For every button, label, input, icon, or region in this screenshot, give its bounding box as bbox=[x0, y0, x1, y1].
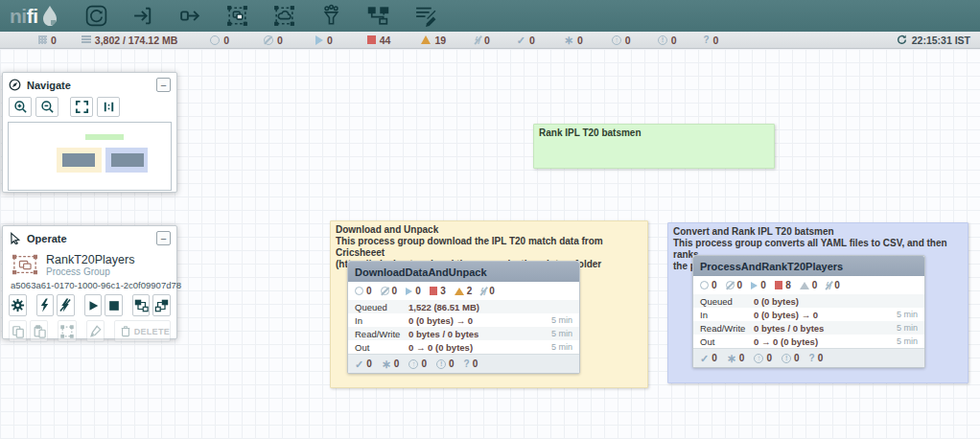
configuration-button[interactable] bbox=[9, 294, 27, 316]
not-transmitting-count: 0 bbox=[737, 280, 743, 290]
group-version-footer: ✓0 ∗0 ↑0 !0 ?0 bbox=[693, 348, 924, 367]
locally-modified-status: ∗ 0 bbox=[564, 35, 583, 46]
zoom-in-button[interactable] bbox=[9, 97, 32, 117]
invalid-count: 19 bbox=[434, 35, 446, 46]
threads-icon bbox=[38, 35, 47, 44]
lightning-icon bbox=[38, 298, 51, 312]
running-icon bbox=[406, 288, 412, 295]
up-to-date-status: ✓ 0 bbox=[517, 35, 535, 46]
metric-row-in: In0 (0 bytes) → 05 min bbox=[693, 308, 924, 321]
disabled-icon: ϟ bbox=[480, 287, 486, 296]
metric-row-out: Out0 → 0 (0 bytes)5 min bbox=[693, 335, 924, 348]
template-icon[interactable] bbox=[366, 4, 391, 29]
play-icon bbox=[86, 299, 100, 312]
process-group-download-data-and-unpack[interactable]: DownloadDataAndUnpack 0 0 0 3 2 ϟ0 Queue… bbox=[347, 261, 580, 374]
minimap-group-marker bbox=[111, 153, 144, 167]
queued-icon bbox=[82, 35, 91, 44]
sync-failure-count: 0 bbox=[713, 35, 719, 46]
locally-modified-stale-icon: ! bbox=[782, 354, 791, 363]
transmitting-count: 0 bbox=[366, 286, 372, 296]
disabled-count: 0 bbox=[484, 35, 490, 46]
label-rank-ipl-t20-batsmen[interactable]: Rank IPL T20 batsmen bbox=[533, 124, 775, 169]
stopped-status: 44 bbox=[367, 35, 391, 46]
logo-text-fi: fi bbox=[27, 5, 38, 28]
minimap-label-marker bbox=[85, 134, 124, 140]
group-stats: 0 0 0 8 0 ϟ0 bbox=[693, 276, 924, 294]
metric-row-queued: Queued0 (0 bytes) bbox=[693, 294, 924, 308]
operate-header: Operate − bbox=[3, 226, 176, 248]
label-icon[interactable] bbox=[413, 4, 438, 29]
input-port-icon[interactable] bbox=[131, 4, 156, 29]
label-title: Download and Unpack bbox=[336, 224, 642, 236]
invalid-count: 2 bbox=[467, 286, 473, 296]
delete-button: DELETE bbox=[114, 320, 171, 342]
processor-icon[interactable] bbox=[84, 4, 109, 29]
stale-count: 0 bbox=[625, 35, 631, 46]
transmitting-icon bbox=[355, 287, 363, 295]
zoom-actual-size-button[interactable] bbox=[97, 97, 120, 117]
stopped-icon bbox=[775, 281, 783, 289]
refresh-icon[interactable] bbox=[897, 35, 907, 45]
upload-template-button[interactable] bbox=[132, 294, 151, 316]
not-transmitting-count: 0 bbox=[277, 35, 283, 46]
navigate-collapse-button[interactable]: − bbox=[156, 78, 171, 92]
running-count: 0 bbox=[415, 286, 421, 296]
label-title: Convert and Rank IPL T20 batsmen bbox=[673, 226, 963, 238]
droplet-icon bbox=[40, 5, 59, 28]
zoom-fit-button[interactable] bbox=[70, 97, 93, 117]
operate-collapse-button[interactable]: − bbox=[156, 231, 171, 245]
flow-canvas[interactable]: Navigate − bbox=[0, 49, 980, 439]
refresh-time-text: 22:15:31 IST bbox=[912, 35, 970, 46]
zoom-out-button[interactable] bbox=[35, 97, 58, 117]
group-header[interactable]: ProcessAndRankT20Players bbox=[693, 256, 924, 276]
metric-row-in: In0 (0 bytes) → 05 min bbox=[348, 313, 579, 327]
brush-icon bbox=[88, 325, 102, 338]
disable-button[interactable] bbox=[57, 294, 75, 316]
drag-components bbox=[84, 4, 438, 29]
up-to-date-icon: ✓ bbox=[517, 35, 525, 45]
navigate-palette: Navigate − bbox=[2, 72, 177, 193]
operate-actions-row2: DELETE bbox=[3, 318, 176, 344]
locally-modified-stale-count: 0 bbox=[671, 35, 677, 46]
label-text: Rank IPL T20 batsmen bbox=[539, 127, 642, 138]
stale-icon: ↑ bbox=[754, 354, 763, 363]
start-button[interactable] bbox=[84, 294, 103, 316]
navigate-header: Navigate − bbox=[3, 73, 176, 95]
process-group-icon[interactable] bbox=[225, 4, 250, 29]
process-group-process-and-rank-t20-players[interactable]: ProcessAndRankT20Players 0 0 0 8 0 ϟ0 Qu… bbox=[692, 255, 925, 368]
queued-status: 3,802 / 174.12 MB bbox=[82, 35, 177, 46]
output-port-icon[interactable] bbox=[178, 4, 203, 29]
stop-button[interactable] bbox=[105, 294, 123, 316]
locally-modified-stale-status: ! 0 bbox=[658, 35, 677, 46]
stale-status: ↑ 0 bbox=[612, 35, 631, 46]
group-metrics: Queued1,522 (86.51 MB) In0 (0 bytes) → 0… bbox=[348, 300, 579, 354]
invalid-status: 19 bbox=[421, 35, 446, 46]
invalid-count: 0 bbox=[812, 280, 818, 290]
sync-failure-icon: ? bbox=[703, 35, 709, 45]
group-header[interactable]: DownloadDataAndUnpack bbox=[348, 262, 579, 282]
group-button bbox=[58, 320, 76, 342]
remote-process-group-icon[interactable] bbox=[272, 4, 297, 29]
stopped-count: 44 bbox=[380, 35, 391, 46]
selection-name: RankT20Players bbox=[46, 253, 134, 266]
birdseye-minimap[interactable] bbox=[8, 122, 172, 191]
not-transmitting-status: 0 bbox=[264, 35, 283, 46]
running-count: 0 bbox=[760, 280, 766, 290]
label-line1: This process group download the IPL T20 … bbox=[336, 236, 642, 259]
download-template-button[interactable] bbox=[152, 294, 171, 316]
enable-button[interactable] bbox=[36, 294, 55, 316]
group-icon bbox=[60, 325, 74, 338]
funnel-icon[interactable] bbox=[319, 4, 344, 29]
download-template-icon bbox=[154, 299, 169, 312]
group-stats: 0 0 0 3 2 ϟ0 bbox=[348, 282, 579, 300]
invalid-icon bbox=[421, 35, 431, 44]
stopped-count: 8 bbox=[785, 280, 791, 290]
navigate-title: Navigate bbox=[27, 80, 71, 91]
fill-color-button bbox=[86, 320, 105, 342]
locally-modified-count: 0 bbox=[577, 35, 583, 46]
metric-row-readwrite: Read/Write0 bytes / 0 bytes5 min bbox=[348, 327, 579, 340]
stopped-count: 3 bbox=[440, 286, 446, 296]
running-icon bbox=[751, 282, 758, 289]
operate-actions-row1 bbox=[3, 292, 176, 318]
global-status-bar: 0 3,802 / 174.12 MB 0 0 0 44 19 ϟ 0 bbox=[0, 32, 980, 49]
